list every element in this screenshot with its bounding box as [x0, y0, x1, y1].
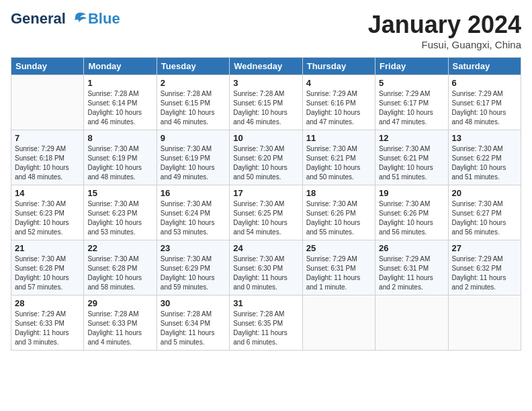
calendar-week-1: 1Sunrise: 7:28 AM Sunset: 6:14 PM Daylig… — [11, 75, 521, 130]
calendar-cell: 6Sunrise: 7:29 AM Sunset: 6:17 PM Daylig… — [448, 75, 521, 130]
day-number: 3 — [233, 78, 298, 88]
calendar-cell — [302, 295, 375, 351]
day-number: 30 — [161, 298, 226, 308]
calendar-cell: 8Sunrise: 7:30 AM Sunset: 6:19 PM Daylig… — [84, 130, 157, 185]
day-info: Sunrise: 7:28 AM Sunset: 6:14 PM Dayligh… — [87, 89, 152, 127]
day-info: Sunrise: 7:30 AM Sunset: 6:28 PM Dayligh… — [15, 255, 80, 292]
day-info: Sunrise: 7:30 AM Sunset: 6:19 PM Dayligh… — [87, 144, 152, 182]
day-number: 26 — [379, 243, 444, 253]
day-number: 5 — [379, 78, 444, 88]
day-number: 10 — [233, 133, 298, 143]
calendar-cell: 9Sunrise: 7:30 AM Sunset: 6:19 PM Daylig… — [157, 130, 229, 185]
day-number: 1 — [87, 78, 152, 88]
day-info: Sunrise: 7:30 AM Sunset: 6:21 PM Dayligh… — [306, 144, 371, 182]
day-info: Sunrise: 7:29 AM Sunset: 6:31 PM Dayligh… — [379, 255, 444, 292]
calendar-cell: 4Sunrise: 7:29 AM Sunset: 6:16 PM Daylig… — [302, 75, 375, 130]
calendar-cell: 14Sunrise: 7:30 AM Sunset: 6:23 PM Dayli… — [11, 185, 84, 240]
weekday-wednesday: Wednesday — [230, 58, 302, 75]
day-info: Sunrise: 7:29 AM Sunset: 6:32 PM Dayligh… — [452, 255, 517, 292]
calendar-cell: 24Sunrise: 7:30 AM Sunset: 6:30 PM Dayli… — [230, 240, 302, 295]
calendar-cell: 5Sunrise: 7:29 AM Sunset: 6:17 PM Daylig… — [375, 75, 448, 130]
calendar-cell: 21Sunrise: 7:30 AM Sunset: 6:28 PM Dayli… — [11, 240, 84, 295]
day-number: 19 — [379, 188, 444, 198]
calendar-cell — [11, 75, 84, 130]
day-info: Sunrise: 7:29 AM Sunset: 6:16 PM Dayligh… — [306, 89, 371, 127]
weekday-sunday: Sunday — [11, 58, 84, 75]
calendar-cell — [375, 295, 448, 351]
calendar-cell — [448, 295, 521, 351]
day-info: Sunrise: 7:29 AM Sunset: 6:18 PM Dayligh… — [15, 144, 80, 182]
day-number: 27 — [452, 243, 517, 253]
day-number: 11 — [306, 133, 371, 143]
calendar-cell: 3Sunrise: 7:28 AM Sunset: 6:15 PM Daylig… — [230, 75, 302, 130]
day-info: Sunrise: 7:28 AM Sunset: 6:15 PM Dayligh… — [161, 89, 226, 127]
calendar-cell: 22Sunrise: 7:30 AM Sunset: 6:28 PM Dayli… — [84, 240, 157, 295]
day-number: 12 — [379, 133, 444, 143]
day-info: Sunrise: 7:30 AM Sunset: 6:27 PM Dayligh… — [452, 199, 517, 237]
calendar-week-5: 28Sunrise: 7:29 AM Sunset: 6:33 PM Dayli… — [11, 295, 521, 351]
calendar-cell: 20Sunrise: 7:30 AM Sunset: 6:27 PM Dayli… — [448, 185, 521, 240]
calendar-cell: 2Sunrise: 7:28 AM Sunset: 6:15 PM Daylig… — [157, 75, 229, 130]
day-number: 28 — [15, 298, 80, 308]
calendar-cell: 15Sunrise: 7:30 AM Sunset: 6:23 PM Dayli… — [84, 185, 157, 240]
day-number: 14 — [15, 188, 80, 198]
day-number: 20 — [452, 188, 517, 198]
month-year-title: January 2024 — [368, 11, 521, 39]
calendar-cell: 12Sunrise: 7:30 AM Sunset: 6:21 PM Dayli… — [375, 130, 448, 185]
location-subtitle: Fusui, Guangxi, China — [368, 39, 521, 50]
day-info: Sunrise: 7:30 AM Sunset: 6:26 PM Dayligh… — [379, 199, 444, 237]
day-number: 17 — [233, 188, 298, 198]
day-info: Sunrise: 7:29 AM Sunset: 6:17 PM Dayligh… — [452, 89, 517, 127]
day-number: 7 — [15, 133, 80, 143]
weekday-header-row: SundayMondayTuesdayWednesdayThursdayFrid… — [11, 58, 521, 75]
day-info: Sunrise: 7:28 AM Sunset: 6:34 PM Dayligh… — [161, 310, 226, 347]
weekday-monday: Monday — [84, 58, 157, 75]
calendar-cell: 10Sunrise: 7:30 AM Sunset: 6:20 PM Dayli… — [230, 130, 302, 185]
calendar-cell: 18Sunrise: 7:30 AM Sunset: 6:26 PM Dayli… — [302, 185, 375, 240]
logo-text: General — [11, 11, 87, 27]
title-block: January 2024 Fusui, Guangxi, China — [368, 11, 521, 50]
calendar-week-2: 7Sunrise: 7:29 AM Sunset: 6:18 PM Daylig… — [11, 130, 521, 185]
day-number: 29 — [87, 298, 152, 308]
calendar-cell: 25Sunrise: 7:29 AM Sunset: 6:31 PM Dayli… — [302, 240, 375, 295]
calendar-cell: 30Sunrise: 7:28 AM Sunset: 6:34 PM Dayli… — [157, 295, 229, 351]
day-info: Sunrise: 7:30 AM Sunset: 6:19 PM Dayligh… — [161, 144, 226, 182]
day-number: 6 — [452, 78, 517, 88]
logo: General Blue — [11, 11, 120, 27]
day-number: 24 — [233, 243, 298, 253]
logo-blue-text: Blue — [88, 11, 120, 27]
day-info: Sunrise: 7:30 AM Sunset: 6:20 PM Dayligh… — [233, 144, 298, 182]
day-number: 9 — [161, 133, 226, 143]
day-info: Sunrise: 7:29 AM Sunset: 6:17 PM Dayligh… — [379, 89, 444, 127]
day-info: Sunrise: 7:30 AM Sunset: 6:30 PM Dayligh… — [233, 255, 298, 292]
day-number: 25 — [306, 243, 371, 253]
calendar-cell: 16Sunrise: 7:30 AM Sunset: 6:24 PM Dayli… — [157, 185, 229, 240]
weekday-thursday: Thursday — [302, 58, 375, 75]
day-number: 22 — [87, 243, 152, 253]
day-number: 8 — [87, 133, 152, 143]
day-number: 15 — [87, 188, 152, 198]
day-number: 21 — [15, 243, 80, 253]
calendar-cell: 1Sunrise: 7:28 AM Sunset: 6:14 PM Daylig… — [84, 75, 157, 130]
day-info: Sunrise: 7:30 AM Sunset: 6:22 PM Dayligh… — [452, 144, 517, 182]
calendar-week-4: 21Sunrise: 7:30 AM Sunset: 6:28 PM Dayli… — [11, 240, 521, 295]
page-header: General Blue January 2024 Fusui, Guangxi… — [11, 11, 521, 50]
day-number: 2 — [161, 78, 226, 88]
calendar-cell: 27Sunrise: 7:29 AM Sunset: 6:32 PM Dayli… — [448, 240, 521, 295]
day-info: Sunrise: 7:30 AM Sunset: 6:28 PM Dayligh… — [87, 255, 152, 292]
day-info: Sunrise: 7:29 AM Sunset: 6:33 PM Dayligh… — [15, 310, 80, 347]
weekday-friday: Friday — [375, 58, 448, 75]
calendar-body: 1Sunrise: 7:28 AM Sunset: 6:14 PM Daylig… — [11, 75, 521, 351]
calendar-table: SundayMondayTuesdayWednesdayThursdayFrid… — [11, 57, 521, 351]
day-number: 16 — [161, 188, 226, 198]
day-number: 31 — [233, 298, 298, 308]
calendar-cell: 31Sunrise: 7:28 AM Sunset: 6:35 PM Dayli… — [230, 295, 302, 351]
day-info: Sunrise: 7:30 AM Sunset: 6:25 PM Dayligh… — [233, 199, 298, 237]
logo-bird-icon — [68, 12, 87, 27]
calendar-cell: 19Sunrise: 7:30 AM Sunset: 6:26 PM Dayli… — [375, 185, 448, 240]
calendar-cell: 13Sunrise: 7:30 AM Sunset: 6:22 PM Dayli… — [448, 130, 521, 185]
day-info: Sunrise: 7:30 AM Sunset: 6:23 PM Dayligh… — [87, 199, 152, 237]
day-info: Sunrise: 7:30 AM Sunset: 6:23 PM Dayligh… — [15, 199, 80, 237]
day-info: Sunrise: 7:30 AM Sunset: 6:26 PM Dayligh… — [306, 199, 371, 237]
weekday-saturday: Saturday — [448, 58, 521, 75]
